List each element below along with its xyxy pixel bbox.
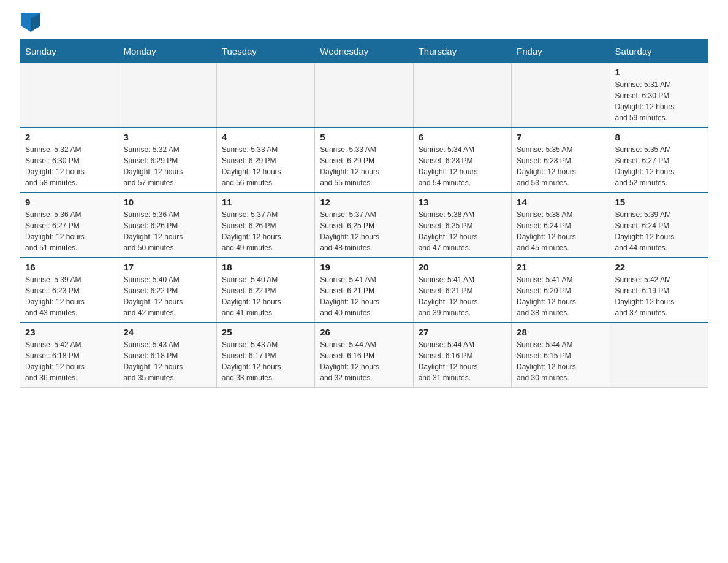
day-number: 19 <box>320 262 408 272</box>
weekday-header-thursday: Thursday <box>413 40 511 63</box>
calendar-day-cell: 14Sunrise: 5:38 AMSunset: 6:24 PMDayligh… <box>512 193 610 258</box>
calendar-day-cell: 5Sunrise: 5:33 AMSunset: 6:29 PMDaylight… <box>315 128 413 193</box>
calendar-week-row: 16Sunrise: 5:39 AMSunset: 6:23 PMDayligh… <box>20 258 708 323</box>
calendar-day-cell: 27Sunrise: 5:44 AMSunset: 6:16 PMDayligh… <box>413 323 511 388</box>
calendar-day-cell: 3Sunrise: 5:32 AMSunset: 6:29 PMDaylight… <box>118 128 216 193</box>
calendar-day-cell: 28Sunrise: 5:44 AMSunset: 6:15 PMDayligh… <box>512 323 610 388</box>
calendar-day-cell: 18Sunrise: 5:40 AMSunset: 6:22 PMDayligh… <box>216 258 314 323</box>
calendar-week-row: 2Sunrise: 5:32 AMSunset: 6:30 PMDaylight… <box>20 128 708 193</box>
day-info: Sunrise: 5:32 AMSunset: 6:29 PMDaylight:… <box>123 144 211 188</box>
calendar-day-cell <box>610 323 708 388</box>
day-info: Sunrise: 5:39 AMSunset: 6:23 PMDaylight:… <box>25 274 113 318</box>
day-info: Sunrise: 5:42 AMSunset: 6:19 PMDaylight:… <box>615 274 703 318</box>
calendar-day-cell: 15Sunrise: 5:39 AMSunset: 6:24 PMDayligh… <box>610 193 708 258</box>
day-number: 2 <box>25 132 113 142</box>
calendar-day-cell: 12Sunrise: 5:37 AMSunset: 6:25 PMDayligh… <box>315 193 413 258</box>
day-info: Sunrise: 5:41 AMSunset: 6:21 PMDaylight:… <box>419 274 506 318</box>
calendar-day-cell <box>413 63 511 128</box>
calendar-day-cell: 2Sunrise: 5:32 AMSunset: 6:30 PMDaylight… <box>20 128 118 193</box>
calendar-day-cell <box>315 63 413 128</box>
calendar-day-cell: 10Sunrise: 5:36 AMSunset: 6:26 PMDayligh… <box>118 193 216 258</box>
day-number: 21 <box>517 262 604 272</box>
day-info: Sunrise: 5:36 AMSunset: 6:27 PMDaylight:… <box>25 209 113 253</box>
calendar-day-cell: 9Sunrise: 5:36 AMSunset: 6:27 PMDaylight… <box>20 193 118 258</box>
day-number: 17 <box>123 262 211 272</box>
day-info: Sunrise: 5:38 AMSunset: 6:24 PMDaylight:… <box>517 209 604 253</box>
weekday-header-saturday: Saturday <box>610 40 708 63</box>
calendar-day-cell: 13Sunrise: 5:38 AMSunset: 6:25 PMDayligh… <box>413 193 511 258</box>
day-number: 12 <box>320 197 408 207</box>
day-number: 24 <box>123 327 211 337</box>
day-number: 15 <box>615 197 703 207</box>
calendar-day-cell: 6Sunrise: 5:34 AMSunset: 6:28 PMDaylight… <box>413 128 511 193</box>
weekday-header-tuesday: Tuesday <box>216 40 314 63</box>
calendar-day-cell: 26Sunrise: 5:44 AMSunset: 6:16 PMDayligh… <box>315 323 413 388</box>
day-number: 6 <box>419 132 506 142</box>
day-info: Sunrise: 5:33 AMSunset: 6:29 PMDaylight:… <box>222 144 309 188</box>
calendar-day-cell: 22Sunrise: 5:42 AMSunset: 6:19 PMDayligh… <box>610 258 708 323</box>
day-info: Sunrise: 5:37 AMSunset: 6:26 PMDaylight:… <box>222 209 309 253</box>
day-info: Sunrise: 5:42 AMSunset: 6:18 PMDaylight:… <box>25 339 113 383</box>
day-info: Sunrise: 5:40 AMSunset: 6:22 PMDaylight:… <box>222 274 309 318</box>
calendar-day-cell: 1Sunrise: 5:31 AMSunset: 6:30 PMDaylight… <box>610 63 708 128</box>
calendar-table: SundayMondayTuesdayWednesdayThursdayFrid… <box>20 39 708 388</box>
weekday-header-friday: Friday <box>512 40 610 63</box>
calendar-day-cell: 21Sunrise: 5:41 AMSunset: 6:20 PMDayligh… <box>512 258 610 323</box>
day-info: Sunrise: 5:41 AMSunset: 6:20 PMDaylight:… <box>517 274 604 318</box>
calendar-body: 1Sunrise: 5:31 AMSunset: 6:30 PMDaylight… <box>20 63 708 388</box>
day-info: Sunrise: 5:44 AMSunset: 6:16 PMDaylight:… <box>419 339 506 383</box>
day-number: 9 <box>25 197 113 207</box>
day-number: 25 <box>222 327 309 337</box>
day-info: Sunrise: 5:33 AMSunset: 6:29 PMDaylight:… <box>320 144 408 188</box>
day-number: 8 <box>615 132 703 142</box>
logo <box>20 15 40 32</box>
calendar-header: SundayMondayTuesdayWednesdayThursdayFrid… <box>20 40 708 63</box>
day-info: Sunrise: 5:39 AMSunset: 6:24 PMDaylight:… <box>615 209 703 253</box>
calendar-day-cell <box>512 63 610 128</box>
day-number: 27 <box>419 327 506 337</box>
day-info: Sunrise: 5:43 AMSunset: 6:17 PMDaylight:… <box>222 339 309 383</box>
day-info: Sunrise: 5:37 AMSunset: 6:25 PMDaylight:… <box>320 209 408 253</box>
page-header <box>20 15 708 32</box>
day-info: Sunrise: 5:31 AMSunset: 6:30 PMDaylight:… <box>615 79 703 123</box>
day-number: 11 <box>222 197 309 207</box>
calendar-day-cell <box>118 63 216 128</box>
calendar-day-cell: 8Sunrise: 5:35 AMSunset: 6:27 PMDaylight… <box>610 128 708 193</box>
day-info: Sunrise: 5:44 AMSunset: 6:15 PMDaylight:… <box>517 339 604 383</box>
day-info: Sunrise: 5:38 AMSunset: 6:25 PMDaylight:… <box>419 209 506 253</box>
day-number: 7 <box>517 132 604 142</box>
calendar-day-cell: 7Sunrise: 5:35 AMSunset: 6:28 PMDaylight… <box>512 128 610 193</box>
day-number: 20 <box>419 262 506 272</box>
weekday-header-monday: Monday <box>118 40 216 63</box>
calendar-day-cell <box>20 63 118 128</box>
day-info: Sunrise: 5:40 AMSunset: 6:22 PMDaylight:… <box>123 274 211 318</box>
day-number: 14 <box>517 197 604 207</box>
day-number: 4 <box>222 132 309 142</box>
calendar-day-cell: 19Sunrise: 5:41 AMSunset: 6:21 PMDayligh… <box>315 258 413 323</box>
weekday-header-sunday: Sunday <box>20 40 118 63</box>
day-number: 10 <box>123 197 211 207</box>
calendar-week-row: 1Sunrise: 5:31 AMSunset: 6:30 PMDaylight… <box>20 63 708 128</box>
day-number: 5 <box>320 132 408 142</box>
day-info: Sunrise: 5:36 AMSunset: 6:26 PMDaylight:… <box>123 209 211 253</box>
calendar-day-cell: 16Sunrise: 5:39 AMSunset: 6:23 PMDayligh… <box>20 258 118 323</box>
calendar-day-cell: 20Sunrise: 5:41 AMSunset: 6:21 PMDayligh… <box>413 258 511 323</box>
logo-icon <box>21 13 40 32</box>
day-number: 26 <box>320 327 408 337</box>
day-info: Sunrise: 5:35 AMSunset: 6:28 PMDaylight:… <box>517 144 604 188</box>
weekday-header-row: SundayMondayTuesdayWednesdayThursdayFrid… <box>20 40 708 63</box>
day-number: 18 <box>222 262 309 272</box>
day-info: Sunrise: 5:44 AMSunset: 6:16 PMDaylight:… <box>320 339 408 383</box>
day-number: 3 <box>123 132 211 142</box>
day-number: 22 <box>615 262 703 272</box>
calendar-day-cell: 23Sunrise: 5:42 AMSunset: 6:18 PMDayligh… <box>20 323 118 388</box>
calendar-day-cell <box>216 63 314 128</box>
calendar-week-row: 23Sunrise: 5:42 AMSunset: 6:18 PMDayligh… <box>20 323 708 388</box>
calendar-day-cell: 17Sunrise: 5:40 AMSunset: 6:22 PMDayligh… <box>118 258 216 323</box>
day-number: 1 <box>615 67 703 77</box>
day-number: 13 <box>419 197 506 207</box>
calendar-day-cell: 4Sunrise: 5:33 AMSunset: 6:29 PMDaylight… <box>216 128 314 193</box>
day-info: Sunrise: 5:32 AMSunset: 6:30 PMDaylight:… <box>25 144 113 188</box>
day-number: 28 <box>517 327 604 337</box>
calendar-day-cell: 11Sunrise: 5:37 AMSunset: 6:26 PMDayligh… <box>216 193 314 258</box>
